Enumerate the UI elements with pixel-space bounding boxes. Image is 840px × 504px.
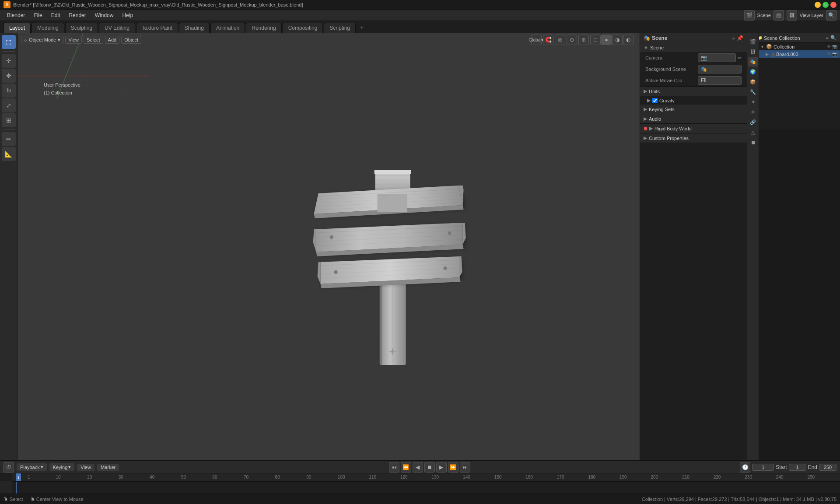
step-back-btn[interactable]: ⏪ (401, 462, 411, 472)
rigid-body-header[interactable]: ◼ ▶ Rigid Body World (640, 124, 747, 133)
scene-props-pin-icon[interactable]: 📌 (737, 35, 743, 41)
board-render-icon[interactable]: 📷 (832, 52, 837, 56)
marker-menu[interactable]: Marker (97, 464, 119, 471)
material-btn[interactable]: ◑ (612, 35, 623, 45)
scene-props-tab[interactable]: 🎭 (748, 57, 758, 66)
end-frame-input[interactable] (819, 464, 836, 471)
overlay-btn[interactable]: ⊙ (567, 35, 577, 45)
playback-menu[interactable]: Playback ▾ (17, 463, 47, 471)
rotate-tool-button[interactable]: ↻ (2, 84, 16, 98)
menu-help[interactable]: Help (119, 11, 136, 19)
units-section-header[interactable]: ▶ Units (640, 87, 747, 96)
menu-file[interactable]: File (30, 11, 46, 19)
gizmo-btn[interactable]: ⊕ (578, 35, 589, 45)
add-workspace-button[interactable]: + (357, 22, 367, 33)
current-frame-input[interactable] (752, 464, 774, 471)
tab-uv-editing[interactable]: UV Editing (99, 23, 135, 33)
menu-window[interactable]: Window (91, 11, 117, 19)
camera-value[interactable]: 📷 (698, 53, 736, 62)
active-clip-value[interactable]: 🎞 (698, 76, 742, 85)
render-btn[interactable]: ◐ (623, 35, 634, 45)
select-menu[interactable]: Select (84, 36, 103, 44)
scale-tool-button[interactable]: ⤢ (2, 98, 16, 112)
window-controls[interactable]: − □ × (815, 2, 836, 8)
tab-layout[interactable]: Layout (4, 23, 31, 33)
physics-props-tab[interactable]: ⚛ (748, 107, 758, 117)
tab-compositing[interactable]: Compositing (283, 23, 323, 33)
svg-point-39 (329, 235, 333, 239)
stop-btn[interactable]: ⏹ (424, 462, 435, 472)
search-outliner-icon[interactable]: 🔍 (830, 35, 836, 41)
solid-btn[interactable]: ● (601, 35, 612, 45)
tab-texture-paint[interactable]: Texture Paint (136, 23, 178, 33)
play-back-btn[interactable]: ◀ (413, 462, 423, 472)
render-props-tab[interactable]: 🎬 (748, 37, 758, 46)
wireframe-btn[interactable]: □ (590, 35, 601, 45)
select-tool-button[interactable]: ⬚ (2, 35, 16, 49)
menu-blender[interactable]: Blender (4, 11, 28, 19)
render-engine-btn[interactable]: ▤ (774, 10, 784, 21)
scene-selector[interactable]: 🎬 (744, 10, 755, 21)
search-btn[interactable]: 🔍 (826, 10, 836, 21)
audio-section-header[interactable]: ▶ Audio (640, 114, 747, 123)
object-props-tab[interactable]: 📦 (748, 77, 758, 87)
eye-icon[interactable]: 👁 (827, 44, 831, 49)
bg-scene-value[interactable]: 🎭 (698, 65, 742, 74)
cursor-tool-button[interactable]: ✛ (2, 54, 16, 68)
data-props-tab[interactable]: △ (748, 127, 758, 137)
render-icon-sm[interactable]: 📷 (832, 44, 837, 49)
play-btn[interactable]: ▶ (436, 462, 447, 472)
custom-props-header[interactable]: ▶ Custom Properties (640, 133, 747, 143)
start-frame-input[interactable] (789, 464, 806, 471)
modifier-props-tab[interactable]: 🔧 (748, 87, 758, 97)
jump-start-btn[interactable]: ⏮ (389, 462, 399, 472)
minimize-button[interactable]: − (815, 2, 821, 8)
transform-tool-button[interactable]: ⊞ (2, 113, 16, 127)
constraints-props-tab[interactable]: 🔗 (748, 117, 758, 127)
tab-shading[interactable]: Shading (179, 23, 210, 33)
global-local-dropdown[interactable]: Global ▾ (531, 35, 542, 45)
menu-render[interactable]: Render (65, 11, 89, 19)
filter-icon[interactable]: ≡ (826, 35, 829, 41)
gravity-item[interactable]: ▶ Gravity (640, 96, 747, 105)
view-menu-tl[interactable]: View (77, 464, 94, 471)
world-props-tab[interactable]: 🌍 (748, 67, 758, 77)
proportional-edit[interactable]: ◎ (555, 35, 565, 45)
tab-animation[interactable]: Animation (210, 23, 245, 33)
tab-modeling[interactable]: Modeling (32, 23, 64, 33)
scene-section-header[interactable]: ▼ Scene (640, 43, 747, 52)
frame-num-240: 240 (776, 475, 784, 480)
outliner-board003-item[interactable]: ▶ △ Board.003 👁 📷 (753, 50, 840, 58)
bg-scene-picker-icon: 🎭 (701, 66, 707, 72)
close-button[interactable]: × (830, 2, 836, 8)
add-menu[interactable]: Add (105, 36, 120, 44)
menu-edit[interactable]: Edit (48, 11, 64, 19)
view-layer-btn[interactable]: 🖼 (787, 10, 797, 21)
viewport-perspective-label: User Perspective (44, 81, 80, 89)
output-props-tab[interactable]: 🖼 (748, 47, 758, 56)
material-props-tab[interactable]: ◼ (748, 137, 758, 147)
snap-toggle[interactable]: 🧲 (543, 35, 553, 45)
tab-scripting[interactable]: Scripting (324, 23, 356, 33)
timeline-mode-icon[interactable]: ⏱ (4, 462, 14, 472)
camera-edit-icon[interactable]: ✏ (738, 55, 742, 61)
status-mouse-icon: 🖱 (4, 497, 8, 502)
measure-tool-button[interactable]: 📐 (2, 147, 16, 161)
maximize-button[interactable]: □ (822, 2, 829, 8)
view-menu[interactable]: View (65, 36, 82, 44)
object-mode-dropdown[interactable]: ⬦ Object Mode ▾ (21, 36, 63, 44)
board-eye-icon[interactable]: 👁 (827, 52, 831, 56)
tab-rendering[interactable]: Rendering (246, 23, 281, 33)
keying-section-header[interactable]: ▶ Keying Sets (640, 105, 747, 114)
particles-props-tab[interactable]: ✦ (748, 97, 758, 107)
move-tool-button[interactable]: ✥ (2, 69, 16, 83)
outliner-collection-item[interactable]: ▼ 📦 Collection 👁 📷 (753, 43, 840, 50)
gravity-checkbox[interactable] (652, 98, 658, 103)
step-fwd-btn[interactable]: ⏩ (448, 462, 458, 472)
object-menu[interactable]: Object (121, 36, 141, 44)
jump-end-btn[interactable]: ⏭ (460, 462, 470, 472)
annotate-tool-button[interactable]: ✏ (2, 132, 16, 146)
keying-menu[interactable]: Keying ▾ (49, 463, 75, 471)
tab-sculpting[interactable]: Sculpting (65, 23, 98, 33)
scene-props-filter-icon[interactable]: ≡ (732, 35, 735, 41)
